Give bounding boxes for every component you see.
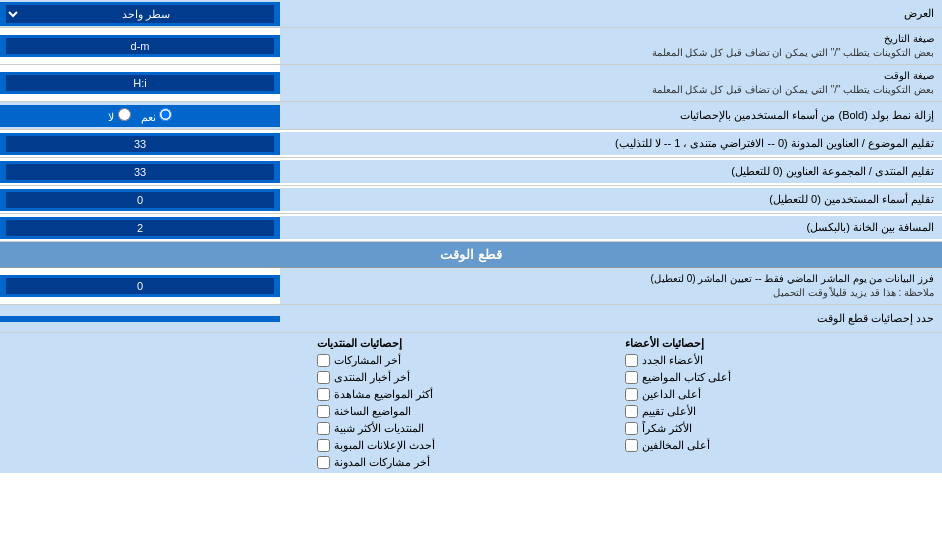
time-cut-input[interactable] (6, 278, 274, 294)
time-cut-note: ملاحظة : هذا قد يزيد قليلاً وقت التحميل (773, 287, 934, 298)
top-topic-writers-item[interactable]: أعلى كتاب المواضيع (625, 371, 934, 384)
most-viewed-label: أكثر المواضيع مشاهدة (334, 388, 433, 401)
latest-classifieds-item[interactable]: أحدث الإعلانات المبوبة (317, 439, 626, 452)
date-format-label: صيغة التاريخ بعض التكوينات يتطلب "/" الت… (280, 28, 942, 64)
members-stats-header: إحصائيات الأعضاء (625, 337, 934, 350)
top-rated-label: الأعلى تقييم (642, 405, 696, 418)
spacing-label: المسافة بين الخانة (بالبكسل) (280, 216, 942, 239)
forum-news-label: أخر أخبار المنتدى (334, 371, 410, 384)
trim-names-input-wrapper (0, 189, 280, 211)
display-label: العرض (280, 3, 942, 24)
forum-news-checkbox[interactable] (317, 371, 330, 384)
members-stats-col: إحصائيات الأعضاء الأعضاء الجدد أعلى كتاب… (625, 337, 934, 469)
latest-classifieds-checkbox[interactable] (317, 439, 330, 452)
stats-limit-input-wrapper (0, 316, 280, 322)
date-format-input[interactable] (6, 38, 274, 54)
most-similar-forums-item[interactable]: المنتديات الأكثر شبية (317, 422, 626, 435)
display-select-wrapper: سطر واحد سطرين ثلاثة أسطر (0, 2, 280, 26)
new-members-checkbox[interactable] (625, 354, 638, 367)
date-format-input-wrapper (0, 35, 280, 57)
most-similar-forums-label: المنتديات الأكثر شبية (334, 422, 424, 435)
top-violators-item[interactable]: أعلى المخالفين (625, 439, 934, 452)
time-format-input[interactable] (6, 75, 274, 91)
time-format-title: صيغة الوقت (884, 70, 934, 81)
trim-subject-input[interactable] (6, 136, 274, 152)
new-members-label: الأعضاء الجدد (642, 354, 703, 367)
last-blog-posts-label: أخر مشاركات المدونة (334, 456, 430, 469)
trim-subject-input-wrapper (0, 133, 280, 155)
hot-topics-checkbox[interactable] (317, 405, 330, 418)
trim-forum-label: تقليم المنتدى / المجموعة العناوين (0 للت… (280, 160, 942, 183)
bold-row: إزالة نمط بولد (Bold) من أسماء المستخدمي… (0, 102, 942, 130)
last-blog-posts-item[interactable]: أخر مشاركات المدونة (317, 456, 626, 469)
main-container: العرض سطر واحد سطرين ثلاثة أسطر صيغة الت… (0, 0, 942, 473)
last-posts-checkbox[interactable] (317, 354, 330, 367)
top-inviters-item[interactable]: أعلى الداعين (625, 388, 934, 401)
trim-subject-label: تقليم الموضوع / العناوين المدونة (0 -- ا… (280, 132, 942, 155)
time-format-row: صيغة الوقت بعض التكوينات يتطلب "/" التي … (0, 65, 942, 102)
top-violators-label: أعلى المخالفين (642, 439, 710, 452)
forums-stats-col: إحصائيات المنتديات أخر المشاركات أخر أخب… (317, 337, 626, 469)
trim-names-input[interactable] (6, 192, 274, 208)
display-select[interactable]: سطر واحد سطرين ثلاثة أسطر (6, 5, 274, 23)
date-format-note: بعض التكوينات يتطلب "/" التي يمكن ان تضا… (652, 47, 934, 58)
time-format-input-wrapper (0, 72, 280, 94)
bold-yes-radio[interactable] (159, 108, 172, 121)
stats-limit-row: حدد إحصائيات قطع الوقت (0, 305, 942, 333)
bold-options: نعم لا (0, 105, 280, 127)
top-rated-checkbox[interactable] (625, 405, 638, 418)
spacing-row: المسافة بين الخانة (بالبكسل) (0, 214, 942, 242)
checkboxes-area: إحصائيات الأعضاء الأعضاء الجدد أعلى كتاب… (0, 333, 942, 473)
last-blog-posts-checkbox[interactable] (317, 456, 330, 469)
trim-subject-row: تقليم الموضوع / العناوين المدونة (0 -- ا… (0, 130, 942, 158)
top-rated-item[interactable]: الأعلى تقييم (625, 405, 934, 418)
time-cut-row: فرز البيانات من يوم الماشر الماضي فقط --… (0, 268, 942, 305)
display-row: العرض سطر واحد سطرين ثلاثة أسطر (0, 0, 942, 28)
date-format-row: صيغة التاريخ بعض التكوينات يتطلب "/" الت… (0, 28, 942, 65)
most-viewed-item[interactable]: أكثر المواضيع مشاهدة (317, 388, 626, 401)
hot-topics-item[interactable]: المواضيع الساخنة (317, 405, 626, 418)
most-viewed-checkbox[interactable] (317, 388, 330, 401)
last-posts-label: أخر المشاركات (334, 354, 401, 367)
bold-no-label[interactable]: لا (108, 108, 130, 124)
top-inviters-label: أعلى الداعين (642, 388, 701, 401)
most-thanks-label: الأكثر شكراً (642, 422, 692, 435)
trim-names-label: تقليم أسماء المستخدمين (0 للتعطيل) (280, 188, 942, 211)
spacing-input[interactable] (6, 220, 274, 236)
forum-news-item[interactable]: أخر أخبار المنتدى (317, 371, 626, 384)
new-members-item[interactable]: الأعضاء الجدد (625, 354, 934, 367)
trim-forum-input[interactable] (6, 164, 274, 180)
last-posts-item[interactable]: أخر المشاركات (317, 354, 626, 367)
trim-forum-input-wrapper (0, 161, 280, 183)
most-thanks-item[interactable]: الأكثر شكراً (625, 422, 934, 435)
most-thanks-checkbox[interactable] (625, 422, 638, 435)
top-topic-writers-label: أعلى كتاب المواضيع (642, 371, 731, 384)
trim-names-row: تقليم أسماء المستخدمين (0 للتعطيل) (0, 186, 942, 214)
most-similar-forums-checkbox[interactable] (317, 422, 330, 435)
trim-forum-row: تقليم المنتدى / المجموعة العناوين (0 للت… (0, 158, 942, 186)
stats-limit-label: حدد إحصائيات قطع الوقت (280, 307, 942, 330)
time-cut-section-header: قطع الوقت (0, 242, 942, 268)
time-cut-label: فرز البيانات من يوم الماشر الماضي فقط --… (280, 268, 942, 304)
time-format-label: صيغة الوقت بعض التكوينات يتطلب "/" التي … (280, 65, 942, 101)
hot-topics-label: المواضيع الساخنة (334, 405, 411, 418)
spacing-input-wrapper (0, 217, 280, 239)
top-violators-checkbox[interactable] (625, 439, 638, 452)
bold-no-radio[interactable] (118, 108, 131, 121)
time-format-note: بعض التكوينات يتطلب "/" التي يمكن ان تضا… (652, 84, 934, 95)
time-cut-input-wrapper (0, 275, 280, 297)
date-format-title: صيغة التاريخ (884, 33, 934, 44)
forums-stats-header: إحصائيات المنتديات (317, 337, 626, 350)
empty-col (8, 337, 317, 469)
top-topic-writers-checkbox[interactable] (625, 371, 638, 384)
bold-yes-label[interactable]: نعم (141, 108, 172, 124)
latest-classifieds-label: أحدث الإعلانات المبوبة (334, 439, 435, 452)
time-cut-main-text: فرز البيانات من يوم الماشر الماضي فقط --… (651, 273, 934, 284)
top-inviters-checkbox[interactable] (625, 388, 638, 401)
bold-label: إزالة نمط بولد (Bold) من أسماء المستخدمي… (280, 104, 942, 127)
